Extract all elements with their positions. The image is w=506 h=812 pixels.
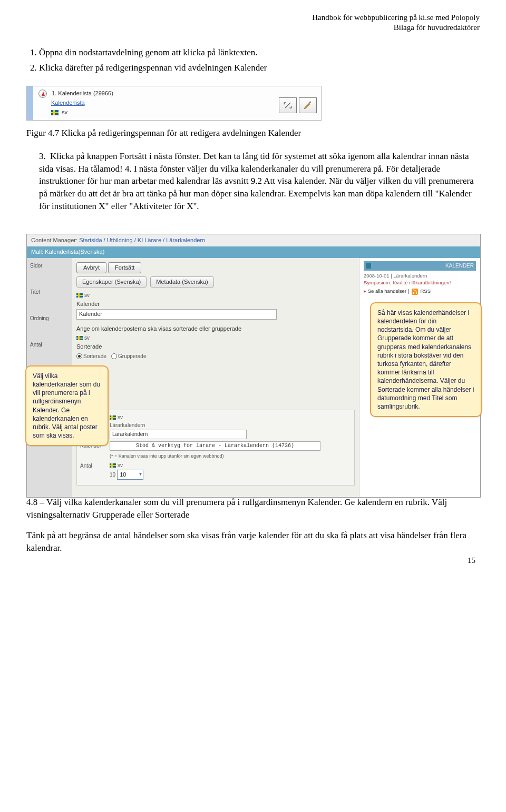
figure47-caption: Figur 4.7 Klicka på redigeringspennan fö… [26, 127, 480, 140]
antal-label: 10 [110, 471, 115, 479]
breadcrumb-label: Content Manager: [31, 237, 77, 243]
header-line-1: Handbok för webbpublicering på ki.se med… [26, 13, 480, 23]
language-row: sv [51, 108, 275, 116]
leftlabel-sidor: Sidor [30, 262, 69, 270]
step3-text: Klicka på knappen Fortsätt i nästa fönst… [39, 151, 474, 211]
pencil-icon [303, 100, 313, 111]
radio-sorted-label: Sorterade [83, 353, 106, 360]
main-form: Avbryt Fortsätt Egenskaper (Svenska) Met… [72, 258, 359, 497]
intro-steps: Öppna din nodstartavdelning genom att kl… [26, 46, 480, 75]
rubrik-field[interactable]: Lärarkalendern [110, 430, 247, 439]
continue-button[interactable]: Fortsätt [108, 262, 141, 273]
figure-48-wrapper: Content Manager: Startsida / Utbildning … [26, 234, 481, 487]
lang-code: sv [84, 334, 90, 342]
preview-kalender-header: KALENDER [364, 261, 476, 271]
preview-header-text: KALENDER [445, 262, 474, 270]
lang-code: sv [118, 414, 123, 421]
step3-number: 3. [39, 151, 46, 161]
step-3: 3. Klicka på knappen Fortsätt i nästa fö… [26, 150, 480, 213]
callout-right: Så här visas kalenderhändelser i kalende… [370, 302, 482, 417]
swedish-flag-icon [51, 110, 59, 115]
tab-metadata[interactable]: Metadata (Svenska) [150, 276, 213, 288]
tab-properties[interactable]: Egenskaper (Svenska) [76, 276, 147, 288]
leftlabel-ordning: Ordning [30, 315, 69, 322]
title-field[interactable]: Kalender [76, 309, 277, 319]
radio-grouped[interactable] [111, 353, 117, 359]
compass-icon [38, 90, 47, 98]
rss-icon[interactable] [412, 289, 418, 295]
breadcrumb-path[interactable]: Startsida / Utbildning / KI Lärare / Lär… [79, 237, 205, 243]
figure47-title-row: 1. Kalenderlista (29966) [38, 90, 275, 98]
count-label: 5 [76, 375, 355, 383]
channel-note: (* = Kanalen visas inte upp utanför sin … [110, 453, 351, 460]
unlink-icon [283, 100, 293, 111]
order-description: Ange om kalenderposterna ska visas sorte… [76, 325, 355, 333]
see-all-arrow-icon: ▸ [364, 288, 366, 294]
kalenderlista-link[interactable]: Kalenderlista [51, 99, 85, 107]
edit-button[interactable] [299, 97, 317, 113]
header-line-2: Bilaga för huvudredaktörer [26, 23, 480, 33]
swedish-flag-icon [76, 293, 83, 298]
template-bar: Mall: Kalenderlista(Svenska) [27, 246, 480, 258]
intro-step-1: Öppna din nodstartavdelning genom att kl… [39, 46, 480, 59]
language-code: sv [62, 109, 67, 115]
radio-sorted[interactable] [76, 353, 82, 359]
calendar-channel-block: Rubrik sv Lärarkalendern Lärarkalendern … [76, 410, 355, 486]
swedish-flag-icon [110, 463, 116, 468]
radio-grouped-label: Grupperade [118, 353, 146, 360]
rubrik-label: Lärarkalendern [110, 422, 145, 429]
final-paragraph: Tänk på att begränsa de antal händelser … [26, 529, 480, 554]
intro-step-2: Klicka därefter på redigeringspennan vid… [39, 62, 480, 74]
figure47-title: 1. Kalenderlista (29966) [52, 90, 113, 96]
title-label: Kalender [76, 300, 355, 308]
sort-label: Sorterade [76, 343, 355, 351]
lang-code: sv [118, 462, 123, 469]
leftlabel-antal: Antal [30, 341, 69, 349]
see-all-link[interactable]: Se alla händelser | [368, 288, 410, 294]
kalender-select[interactable]: Stöd & verktyg för lärare - Lärarkalende… [110, 441, 320, 451]
antal-key: Antal [80, 461, 110, 470]
preview-event-title[interactable]: Symposium: Kvalité i läkarutbildningen! [364, 279, 476, 286]
preview-event-date: 2008-10-01 | Lärarkalendern [364, 272, 476, 279]
header-right: Handbok för webbpublicering på ki.se med… [26, 13, 480, 33]
page-number: 15 [468, 555, 475, 566]
rss-label: RSS [420, 288, 431, 294]
selection-highlight [27, 86, 33, 120]
leftlabel-titel: Titel [30, 289, 69, 296]
callout-left: Välj vilka kalenderkanaler som du vill p… [25, 365, 109, 447]
swedish-flag-icon [76, 336, 83, 340]
breadcrumb: Content Manager: Startsida / Utbildning … [27, 234, 480, 246]
swedish-flag-icon [110, 415, 116, 420]
antal-select[interactable]: 10 [117, 470, 143, 480]
cancel-button[interactable]: Avbryt [76, 262, 106, 273]
preview-block-icon [366, 263, 371, 269]
figure-47-screenshot: 1. Kalenderlista (29966) Kalenderlista s… [26, 86, 322, 121]
unlink-button[interactable] [279, 97, 297, 113]
lang-code: sv [84, 292, 90, 299]
figure48-caption: 4.8 – Välj vilka kalenderkanaler som du … [26, 496, 480, 521]
